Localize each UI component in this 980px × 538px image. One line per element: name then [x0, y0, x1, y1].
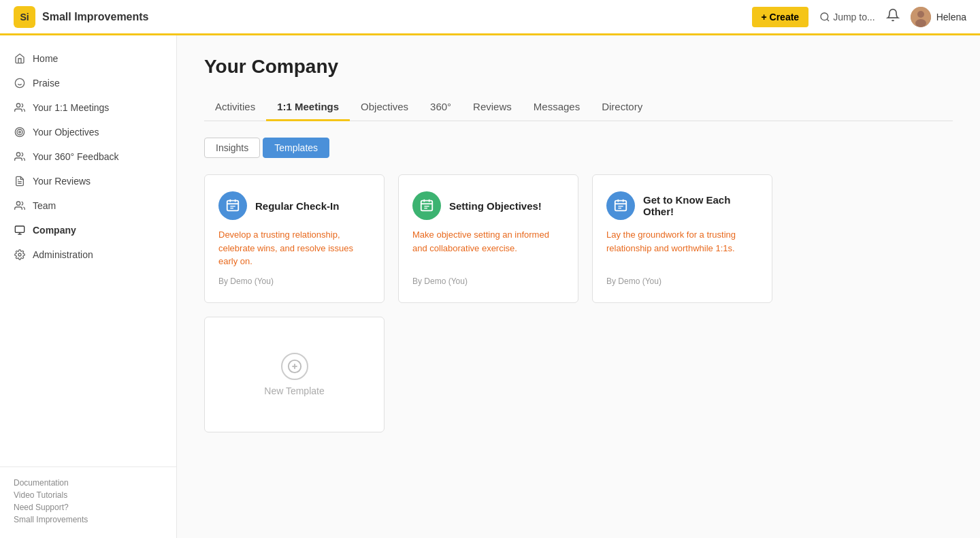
cards-grid: Regular Check-In Develop a trusting rela…: [204, 174, 953, 432]
sidebar-item-company-label: Company: [33, 225, 76, 236]
card-desc-1: Develop a trusting relationship, celebra…: [218, 228, 370, 268]
tab-messages[interactable]: Messages: [523, 94, 591, 121]
layout: Home Praise: [0, 35, 980, 538]
logo-text: Si: [20, 12, 29, 22]
card-author-2: By Demo (You): [412, 276, 564, 286]
username: Helena: [936, 12, 966, 22]
tab-reviews[interactable]: Reviews: [462, 94, 523, 121]
card-title-2: Setting Objectives!: [449, 200, 542, 212]
avatar: [911, 7, 931, 27]
svg-point-11: [19, 131, 21, 133]
svg-rect-32: [615, 201, 627, 211]
create-button[interactable]: + Create: [752, 7, 809, 27]
svg-point-8: [16, 104, 20, 107]
card-header-1: Regular Check-In: [218, 191, 370, 220]
reviews-icon: [14, 175, 26, 187]
search-icon: [819, 12, 830, 22]
card-icon-1: [218, 191, 247, 220]
app-name: Small Improvements: [42, 11, 149, 23]
meetings-icon: [14, 101, 26, 114]
sidebar-item-objectives-label: Your Objectives: [33, 127, 99, 138]
card-author-1: By Demo (You): [218, 276, 370, 286]
user-area[interactable]: Helena: [911, 7, 966, 27]
new-template-label: New Template: [264, 385, 324, 396]
card-get-to-know[interactable]: Get to Know Each Other! Lay the groundwo…: [592, 174, 772, 303]
tab-directory[interactable]: Directory: [591, 94, 653, 121]
feedback-icon: [14, 151, 26, 163]
page-title: Your Company: [204, 56, 953, 78]
svg-rect-16: [15, 226, 24, 232]
sub-tab-insights[interactable]: Insights: [204, 138, 260, 158]
main-content: Your Company Activities 1:1 Meetings Obj…: [177, 35, 980, 538]
svg-line-1: [827, 19, 829, 21]
sub-tabs: Insights Templates: [204, 138, 953, 158]
card-title-3: Get to Know Each Other!: [643, 194, 758, 217]
jump-to[interactable]: Jump to...: [819, 12, 875, 22]
new-template-icon: [281, 353, 308, 380]
administration-icon: [14, 249, 26, 261]
sidebar-item-praise[interactable]: Praise: [0, 71, 176, 95]
sidebar-item-feedback[interactable]: Your 360° Feedback: [0, 144, 176, 169]
notifications-icon[interactable]: [886, 8, 900, 25]
card-setting-objectives[interactable]: Setting Objectives! Make objective setti…: [398, 174, 578, 303]
team-icon: [14, 200, 26, 212]
svg-point-12: [16, 153, 20, 156]
sidebar-item-meetings-label: Your 1:1 Meetings: [33, 102, 109, 113]
sidebar-item-home[interactable]: Home: [0, 46, 176, 71]
sidebar-item-home-label: Home: [33, 53, 58, 64]
sub-tab-templates[interactable]: Templates: [263, 138, 329, 158]
card-title-1: Regular Check-In: [255, 200, 339, 212]
svg-rect-26: [421, 201, 433, 211]
svg-rect-20: [227, 201, 239, 211]
header-right: + Create Jump to... Helena: [752, 7, 967, 27]
sidebar-item-objectives[interactable]: Your Objectives: [0, 120, 176, 144]
top-tabs: Activities 1:1 Meetings Objectives 360° …: [204, 94, 953, 121]
sidebar-item-administration[interactable]: Administration: [0, 242, 176, 267]
sidebar-footer: Documentation Video Tutorials Need Suppo…: [0, 466, 176, 538]
tab-objectives[interactable]: Objectives: [350, 94, 419, 121]
sidebar-item-reviews-label: Your Reviews: [33, 176, 91, 187]
footer-link-documentation[interactable]: Documentation: [14, 478, 163, 488]
sidebar-item-team[interactable]: Team: [0, 193, 176, 218]
jump-to-label: Jump to...: [833, 12, 875, 22]
sidebar-nav: Home Praise: [0, 35, 176, 278]
sidebar-item-meetings[interactable]: Your 1:1 Meetings: [0, 95, 176, 120]
footer-link-tutorials[interactable]: Video Tutorials: [14, 490, 163, 500]
footer-link-support[interactable]: Need Support?: [14, 503, 163, 512]
card-header-3: Get to Know Each Other!: [606, 191, 758, 220]
objectives-icon: [14, 126, 26, 138]
svg-point-4: [915, 19, 926, 27]
home-icon: [14, 52, 26, 65]
card-author-3: By Demo (You): [606, 276, 758, 286]
card-icon-2: [412, 191, 441, 220]
sidebar-item-company[interactable]: Company: [0, 218, 176, 242]
svg-point-5: [15, 78, 24, 87]
logo-box[interactable]: Si: [14, 6, 35, 28]
company-icon: [14, 224, 26, 236]
sidebar-item-administration-label: Administration: [33, 249, 93, 260]
tab-360[interactable]: 360°: [419, 94, 462, 121]
tab-meetings[interactable]: 1:1 Meetings: [266, 94, 350, 121]
sidebar: Home Praise: [0, 35, 177, 538]
svg-point-10: [17, 129, 22, 135]
card-new-template[interactable]: New Template: [204, 317, 385, 432]
card-header-2: Setting Objectives!: [412, 191, 564, 220]
card-desc-2: Make objective setting an informed and c…: [412, 228, 564, 268]
svg-point-19: [18, 253, 21, 256]
praise-icon: [14, 77, 26, 89]
card-desc-3: Lay the groundwork for a trusting relati…: [606, 228, 758, 268]
header: Si Small Improvements + Create Jump to..…: [0, 0, 980, 35]
sidebar-item-reviews[interactable]: Your Reviews: [0, 169, 176, 193]
svg-point-0: [821, 13, 828, 20]
svg-point-3: [917, 11, 924, 18]
card-regular-checkin[interactable]: Regular Check-In Develop a trusting rela…: [204, 174, 385, 303]
header-left: Si Small Improvements: [14, 6, 149, 28]
svg-point-15: [16, 202, 20, 205]
sidebar-item-praise-label: Praise: [33, 78, 60, 89]
sidebar-item-team-label: Team: [33, 200, 56, 211]
tab-activities[interactable]: Activities: [204, 94, 266, 121]
card-icon-3: [606, 191, 635, 220]
footer-link-brand[interactable]: Small Improvements: [14, 515, 163, 524]
sidebar-item-feedback-label: Your 360° Feedback: [33, 151, 119, 162]
